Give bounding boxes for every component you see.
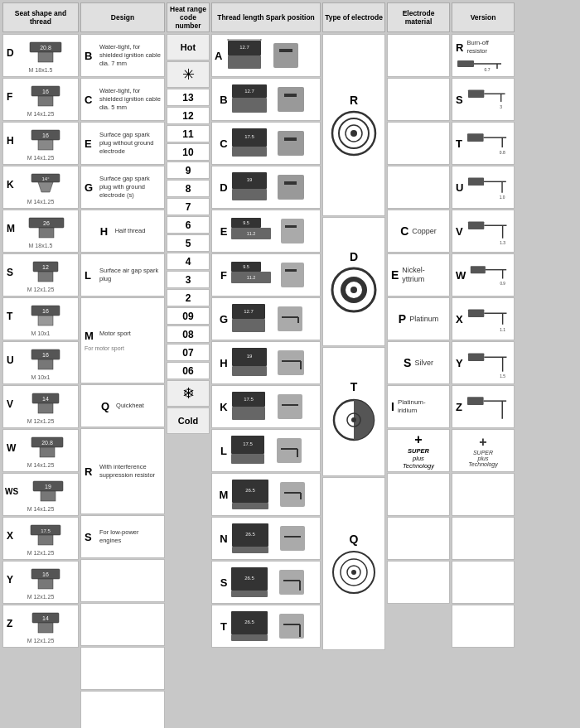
svg-rect-20 [38,316,53,325]
ver-empty1 [452,473,515,516]
svg-rect-49 [273,43,298,68]
thread-column: A 12.7 ↑1.2 B [211,34,321,728]
svg-text:14: 14 [42,615,49,621]
ver-empty2 [452,517,515,560]
svg-rect-110 [280,526,305,551]
svg-rect-26 [38,403,53,413]
type-D-icon [331,267,377,313]
mat-empty5 [387,473,450,516]
svg-rect-50 [279,49,292,52]
mat-S: S Silver [387,341,450,384]
ver-S-diagram: 3 [466,85,510,114]
seat-X: X 17.5 M 12x1.25 [2,517,79,560]
svg-rect-53 [232,98,267,113]
design-M: M Motor sport For motor sport [80,297,165,383]
svg-rect-103 [232,503,268,509]
thread-M-diagram: 26.5 [228,478,315,511]
ver-plus: + SUPERplusTechnology [452,429,515,472]
svg-text:19: 19 [45,484,51,489]
heat-9: 9 [167,162,210,179]
svg-rect-8 [38,140,53,150]
svg-rect-55 [284,94,297,97]
svg-rect-14 [39,228,54,238]
seat-U-icon: 16 [23,346,68,373]
svg-rect-97 [231,454,264,464]
mat-empty2 [387,78,450,121]
heat-12: 12 [167,107,210,124]
svg-text:20.8: 20.8 [41,440,53,446]
seat-K-icon: 14° [23,171,68,197]
ver-Z-diagram: 2.0 [466,393,510,422]
svg-rect-58 [232,147,267,157]
svg-text:19: 19 [246,354,252,359]
svg-point-138 [351,570,356,575]
thread-S: S 26.5 [211,561,321,604]
svg-rect-48 [228,55,261,69]
header-heat: Heat range code number [167,2,210,32]
svg-text:26.5: 26.5 [246,488,256,493]
svg-marker-11 [38,182,53,192]
design-empty3 [80,647,165,690]
svg-rect-65 [284,181,297,185]
mat-empty4 [387,166,450,209]
design-empty4 [80,691,165,728]
svg-text:↑1.2: ↑1.2 [241,39,249,40]
type-Q: Q [322,477,385,650]
design-E: E Surface gap spark plug without ground … [80,122,165,165]
heat-07: 07 [167,344,210,361]
svg-text:1.3: 1.3 [500,241,505,245]
seat-Y: Y 16 M 12x1.25 [2,561,79,604]
mat-empty7 [387,561,450,604]
mat-empty3 [387,122,450,165]
svg-text:20.8: 20.8 [41,45,52,51]
svg-rect-120 [231,634,268,641]
design-G: G Surface gap spark plug with ground ele… [80,166,165,209]
svg-text:0.7: 0.7 [485,67,491,72]
svg-rect-80 [232,319,265,332]
design-Q: Q Quickheat [80,384,165,427]
thread-A: A 12.7 ↑1.2 [211,34,321,77]
svg-rect-114 [231,591,268,597]
mat-P: P Platinum [387,297,450,340]
svg-point-131 [350,287,357,293]
svg-rect-63 [232,189,267,200]
heat-7: 7 [167,198,210,215]
thread-N-diagram: 26.5 [228,522,315,555]
svg-point-134 [351,417,356,422]
ver-T: T 0.8 [452,122,515,165]
svg-text:12.7: 12.7 [244,89,254,94]
type-R: R [322,34,385,216]
design-empty2 [80,603,165,646]
svg-rect-32 [41,491,56,501]
ver-U: U 1.0 [452,166,515,209]
ver-empty4 [452,605,515,648]
svg-text:11.2: 11.2 [247,231,256,236]
svg-text:19: 19 [246,177,252,182]
thread-N: N 26.5 [211,517,321,560]
design-L: L Surface air gap spark plug [80,253,165,297]
type-T: T [322,347,385,476]
thread-A-diagram: 12.7 ↑1.2 [224,39,307,72]
svg-rect-38 [38,579,53,589]
thread-F: F 9.5 11.2 [211,253,321,297]
seat-D: D 20.8 M 18x1.5 [2,34,79,77]
svg-rect-86 [232,366,267,376]
mat-empty6 [387,517,450,560]
mat-C: C Copper [387,210,450,253]
seat-T: T 16 M 10x1 [2,297,79,340]
thread-C-diagram: 17.5 [228,127,315,160]
svg-rect-35 [38,535,53,545]
ver-empty3 [452,561,515,604]
thread-T-diagram: 26.5 [227,610,314,643]
heat-column: Hot ✳ 13 12 11 10 9 8 7 6 5 4 3 2 09 08 … [167,34,210,728]
svg-rect-64 [278,175,304,200]
seat-D-icon: 20.8 [23,39,68,65]
mat-E: E Nickel-yttrium [387,253,450,297]
seat-V: V 14 M 12x1.25 [2,385,79,428]
thread-B: B 12.7 [211,78,321,121]
seat-M-icon: 26 [24,215,69,241]
seat-T-icon: 16 [23,302,68,329]
header-thread: Thread length Spark position [211,2,321,32]
svg-rect-155 [468,221,484,229]
svg-rect-147 [467,133,484,142]
